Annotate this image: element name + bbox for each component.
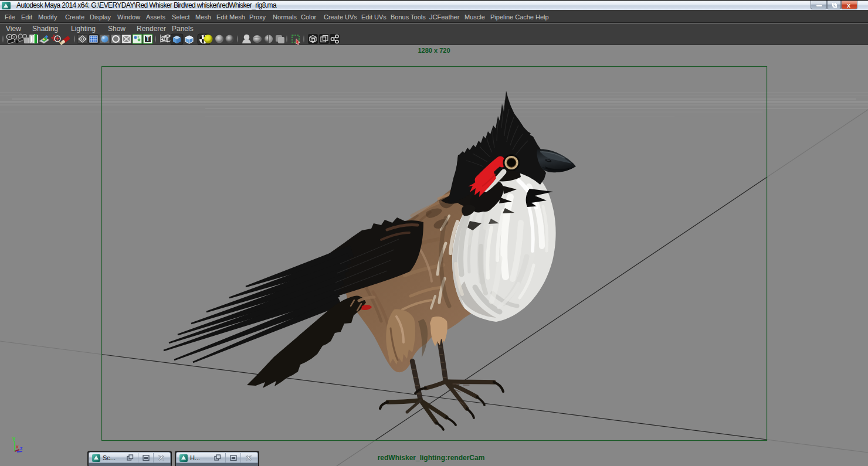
svg-text:1280 x 720: 1280 x 720 bbox=[418, 47, 450, 54]
svg-text:y: y bbox=[12, 436, 15, 441]
svg-text:redWhisker_lighting:renderCam: redWhisker_lighting:renderCam bbox=[378, 454, 485, 462]
svg-text:T: T bbox=[146, 36, 150, 42]
svg-text:z: z bbox=[20, 445, 23, 451]
svg-text:x: x bbox=[16, 444, 19, 450]
